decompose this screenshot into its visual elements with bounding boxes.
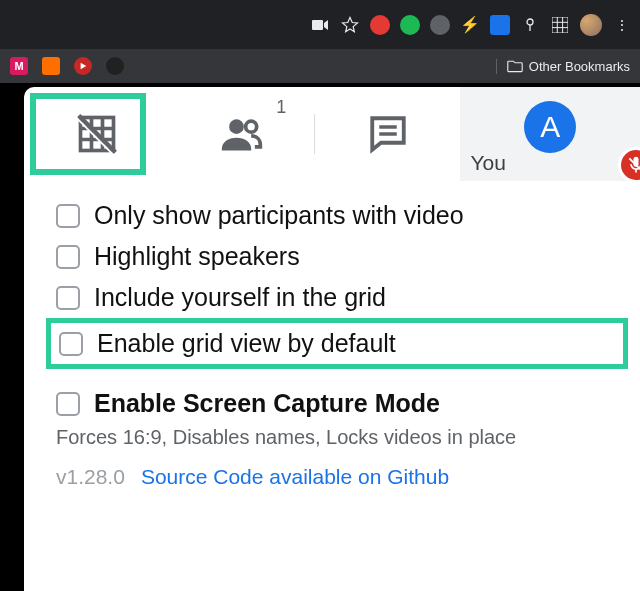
star-icon[interactable] xyxy=(340,15,360,35)
mic-muted-badge xyxy=(618,147,640,183)
svg-rect-3 xyxy=(552,17,568,33)
svg-marker-8 xyxy=(81,63,87,69)
option-only-video[interactable]: Only show participants with video xyxy=(56,195,618,236)
bookmark-icon[interactable]: M xyxy=(10,57,28,75)
extension-icon[interactable] xyxy=(370,15,390,35)
svg-point-1 xyxy=(527,19,533,25)
option-label: Enable Screen Capture Mode xyxy=(94,389,440,418)
browser-toolbar: ⚡ ⋮ xyxy=(0,0,640,49)
option-label: Highlight speakers xyxy=(94,242,300,271)
option-screen-capture[interactable]: Enable Screen Capture Mode xyxy=(56,383,618,424)
mic-off-icon xyxy=(626,155,640,175)
svg-line-14 xyxy=(78,116,115,153)
avatar-letter: A xyxy=(540,110,560,144)
option-description: Forces 16:9, Disables names, Locks video… xyxy=(56,424,618,449)
version-label: v1.28.0 xyxy=(56,465,125,489)
tab-people[interactable]: 1 xyxy=(169,87,314,181)
checkbox[interactable] xyxy=(56,286,80,310)
option-label: Include yourself in the grid xyxy=(94,283,386,312)
bookmarks-bar: M Other Bookmarks xyxy=(0,49,640,83)
checkbox[interactable] xyxy=(56,392,80,416)
panel-footer: v1.28.0 Source Code available on Github xyxy=(56,449,618,489)
checkbox[interactable] xyxy=(56,245,80,269)
kebab-menu-icon[interactable]: ⋮ xyxy=(612,15,632,35)
self-video-tile[interactable]: A You xyxy=(460,87,640,181)
bookmark-icon[interactable] xyxy=(42,57,60,75)
tab-chat[interactable] xyxy=(315,87,460,181)
people-icon xyxy=(220,112,264,156)
avatar: A xyxy=(524,101,576,153)
camera-icon[interactable] xyxy=(310,15,330,35)
extension-icon[interactable]: ⚡ xyxy=(460,15,480,35)
extension-icon[interactable] xyxy=(400,15,420,35)
people-count: 1 xyxy=(276,97,286,118)
tab-grid-off[interactable] xyxy=(24,87,169,181)
checkbox[interactable] xyxy=(56,204,80,228)
extension-icon[interactable] xyxy=(430,15,450,35)
extension-icon[interactable] xyxy=(490,15,510,35)
bookmark-icon[interactable] xyxy=(106,57,124,75)
extension-icon[interactable] xyxy=(520,15,540,35)
option-include-self[interactable]: Include yourself in the grid xyxy=(56,277,618,318)
option-highlight-speakers[interactable]: Highlight speakers xyxy=(56,236,618,277)
other-bookmarks-button[interactable]: Other Bookmarks xyxy=(496,59,630,74)
bookmark-icon[interactable] xyxy=(74,57,92,75)
tab-row: 1 A You xyxy=(24,87,640,181)
option-enable-default[interactable]: Enable grid view by default xyxy=(46,318,628,369)
other-bookmarks-label: Other Bookmarks xyxy=(529,59,630,74)
svg-point-17 xyxy=(245,121,256,132)
profile-avatar-icon[interactable] xyxy=(580,14,602,36)
grid-icon[interactable] xyxy=(550,15,570,35)
chat-icon xyxy=(367,113,409,155)
checkbox[interactable] xyxy=(59,332,83,356)
app-stage: 1 A You xyxy=(0,83,640,591)
you-label: You xyxy=(470,151,505,175)
extension-panel: 1 A You xyxy=(24,87,640,591)
options-list: Only show participants with video Highli… xyxy=(24,181,640,489)
option-label: Enable grid view by default xyxy=(97,329,396,358)
option-label: Only show participants with video xyxy=(94,201,464,230)
source-code-link[interactable]: Source Code available on Github xyxy=(141,465,449,489)
grid-off-icon xyxy=(75,112,119,156)
svg-rect-0 xyxy=(312,20,323,30)
svg-point-16 xyxy=(229,119,244,134)
folder-icon xyxy=(507,59,523,73)
